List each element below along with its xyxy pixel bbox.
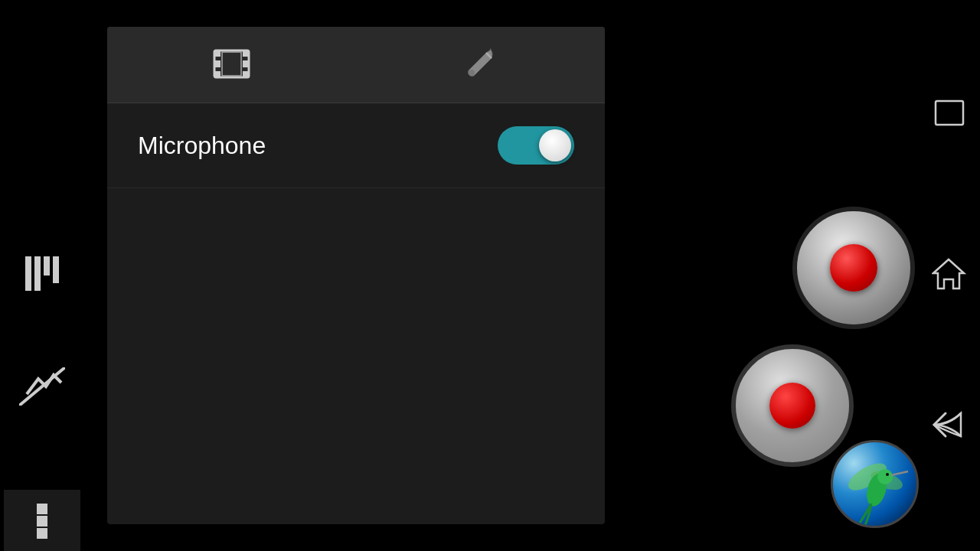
svg-rect-10 [243,51,249,57]
recent-apps-button[interactable] [934,99,965,129]
record-red-dot [830,244,877,292]
tab-video[interactable] [107,27,356,103]
main-panel: Microphone [107,27,605,524]
tab-bar [107,27,605,103]
home-button[interactable] [932,256,966,294]
svg-line-4 [19,367,65,406]
wrench-icon [459,43,501,85]
no-flash-icon [19,367,65,406]
svg-line-24 [891,471,908,475]
record-dot [769,383,815,429]
microphone-setting-row: Microphone [107,103,605,188]
svg-rect-7 [37,528,47,539]
record-button[interactable] [731,344,854,467]
svg-rect-0 [25,256,31,291]
svg-rect-1 [34,256,41,291]
tab-settings[interactable] [356,27,605,103]
menu-icon-button[interactable] [4,490,80,551]
microphone-toggle[interactable] [498,126,574,165]
svg-marker-19 [933,259,964,289]
record-button-main[interactable] [792,207,915,329]
film-strip-icon [211,43,253,85]
svg-rect-11 [214,71,220,77]
svg-rect-18 [936,101,963,125]
svg-rect-3 [53,256,59,283]
svg-point-23 [877,469,893,484]
svg-rect-6 [37,516,47,527]
left-sidebar [0,0,84,551]
microphone-label: Microphone [138,132,266,160]
svg-rect-12 [243,71,249,77]
hummingbird-app-icon[interactable] [831,440,919,528]
svg-rect-2 [44,256,50,276]
back-icon [930,409,965,440]
svg-rect-13 [214,60,220,67]
svg-rect-14 [243,60,249,67]
back-button[interactable] [930,409,965,443]
grid-icon [21,253,64,295]
svg-rect-15 [222,52,241,76]
home-icon [932,256,966,291]
svg-point-17 [469,70,475,76]
no-flash-icon-button[interactable] [0,352,84,421]
settings-content: Microphone [107,103,605,188]
three-dots-icon [31,500,54,542]
svg-rect-9 [214,51,220,57]
grid-icon-button[interactable] [0,237,84,310]
toggle-knob [539,129,571,161]
svg-rect-5 [37,504,47,514]
svg-point-25 [886,473,889,476]
recent-apps-icon [934,99,965,126]
